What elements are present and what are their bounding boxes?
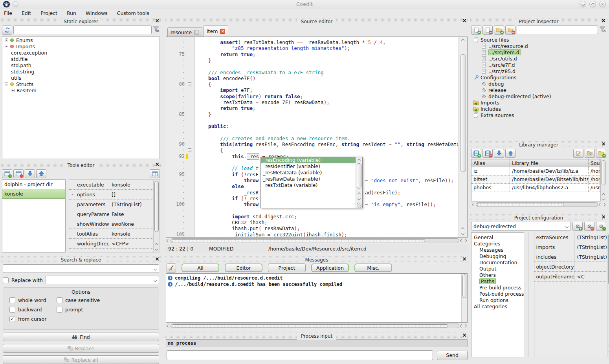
fold-collapse-icon[interactable]: − — [188, 148, 191, 152]
tree-item-core-exception[interactable]: core.exception — [2, 49, 160, 56]
config-category-others[interactable]: Others — [471, 272, 524, 278]
code-area[interactable]: ··75····80····85····90·92··95····100····… — [166, 37, 468, 238]
inspector-filter-input[interactable] — [517, 26, 598, 34]
menu-edit[interactable]: Edit — [22, 10, 31, 16]
prompt-option[interactable]: prompt — [57, 307, 116, 313]
config-props-scrollbar[interactable] — [607, 232, 609, 357]
property-expander[interactable]: › — [69, 192, 75, 197]
fold-collapse-icon[interactable]: − — [188, 82, 191, 86]
property-value[interactable]: (TStringList) — [574, 254, 607, 260]
config-category-post-build-process[interactable]: Post-build process — [471, 291, 524, 297]
library-row[interactable]: bitset/home/basile/Dev/Bitset/lib/bitset… — [471, 176, 600, 184]
completion-item[interactable]: _resTxtData (variable) — [261, 182, 356, 188]
replace-all-button[interactable]: Replace all — [3, 355, 159, 364]
completion-item[interactable]: _resIdentifier (variable) — [261, 163, 356, 170]
tool-property-row[interactable]: parameters(TStringList) — [69, 199, 153, 209]
expand-icon[interactable]: + — [5, 38, 8, 42]
minimize-icon[interactable] — [580, 1, 586, 7]
symbol-filter-input[interactable] — [13, 26, 152, 34]
project-tree-item[interactable]: ../src/item.d — [471, 49, 606, 55]
column-header-alias[interactable]: Alias — [471, 159, 510, 167]
from-cursor-option[interactable]: ✓from cursor — [9, 316, 57, 322]
expand-icon[interactable]: + — [11, 89, 15, 92]
project-tree-item[interactable]: Configurations — [471, 74, 606, 80]
move-tool-down-button[interactable] — [25, 169, 35, 178]
config-category-general[interactable]: General — [471, 234, 524, 240]
case-sensitive-option[interactable]: case sensitive — [57, 297, 116, 303]
config-category-paths[interactable]: Paths — [471, 278, 524, 284]
project-tree-item[interactable]: Source files — [471, 37, 606, 43]
project-tree-item[interactable]: Includes — [471, 106, 606, 112]
tool-property-row[interactable]: workingDirectory<CFP> — [69, 239, 153, 249]
property-value[interactable]: <C — [574, 274, 607, 280]
project-tree-item[interactable]: ../src/utils.d — [471, 55, 606, 62]
remove-tool-button[interactable]: − — [13, 169, 24, 178]
move-tool-up-button[interactable] — [36, 169, 46, 178]
move-library-up-button[interactable] — [505, 149, 515, 158]
filter-icon[interactable] — [153, 26, 160, 34]
property-value[interactable]: konsole — [109, 182, 153, 188]
project-tree-item[interactable]: Imports — [471, 99, 606, 106]
property-value[interactable]: (TStringList) — [109, 201, 153, 207]
completion-item[interactable]: _resRawData (variable) — [261, 176, 356, 182]
menu-project[interactable]: Project — [40, 10, 57, 16]
config-property-row[interactable]: extraSources(TStringList) — [534, 232, 607, 242]
remove-configuration-button[interactable]: ⚙− — [584, 222, 594, 231]
messages-horizontal-scrollbar[interactable] — [166, 323, 468, 329]
close-icon[interactable]: × — [462, 332, 467, 338]
close-icon[interactable]: × — [601, 141, 606, 147]
tree-item-utils[interactable]: utils — [2, 75, 160, 81]
config-property-row[interactable]: objectDirectory — [534, 262, 607, 272]
tree-item-imports[interactable]: −Imports — [2, 43, 160, 49]
find-button[interactable]: Find — [3, 333, 159, 341]
messages-vertical-scrollbar[interactable] — [461, 274, 467, 322]
editor-horizontal-scrollbar[interactable] — [166, 238, 468, 244]
menu-run[interactable]: Run — [67, 10, 76, 16]
tree-item-enums[interactable]: +Enums — [2, 37, 160, 43]
message-line[interactable]: i/.../build/resource.d.coedit has been s… — [166, 281, 467, 287]
tree-item-resitem[interactable]: +ResItem — [2, 87, 160, 93]
column-header-sources[interactable]: Sources — [589, 159, 600, 167]
property-value[interactable]: False — [109, 211, 153, 217]
backward-option[interactable]: backward — [9, 307, 57, 313]
project-tree-item[interactable]: ../src/resource.d — [471, 43, 606, 49]
library-table-header[interactable]: AliasLibrary fileSources — [471, 159, 600, 167]
messages-tab-project[interactable]: Project — [268, 263, 306, 272]
project-tree-item[interactable]: release — [471, 87, 606, 93]
editor-vertical-scrollbar[interactable] — [459, 37, 467, 237]
remove-folder-button[interactable]: − — [505, 26, 515, 35]
tool-item[interactable]: konsole — [2, 189, 65, 199]
filter-icon[interactable] — [599, 26, 606, 34]
move-library-down-button[interactable] — [494, 149, 504, 158]
process-input-field[interactable] — [167, 350, 433, 360]
library-row[interactable]: iz/home/basile/Dev/Iz/lib/iz.a/home — [471, 167, 600, 176]
close-icon[interactable]: × — [462, 17, 467, 24]
messages-tab-all[interactable]: All — [182, 263, 219, 272]
send-button[interactable]: Send — [437, 351, 468, 360]
property-value[interactable]: konsole — [109, 231, 153, 237]
config-property-row[interactable]: includes(TStringList) — [534, 252, 607, 262]
close-icon[interactable]: × — [599, 1, 606, 7]
close-icon[interactable]: × — [155, 17, 160, 24]
tree-item-std-string[interactable]: std.string — [2, 68, 160, 75]
clone-configuration-button[interactable]: ⚙› — [596, 222, 606, 231]
config-property-row[interactable]: imports(TStringList) — [534, 242, 607, 252]
tool-property-row[interactable]: toolAliaskonsole — [69, 229, 153, 239]
close-icon[interactable]: × — [155, 256, 160, 262]
collapse-icon[interactable]: − — [5, 45, 8, 48]
close-icon[interactable]: × — [601, 214, 606, 220]
project-tree-item[interactable]: debug-redirected (active) — [471, 93, 606, 99]
replace-button[interactable]: Replace — [3, 344, 159, 353]
messages-tab-application[interactable]: Application — [311, 263, 349, 272]
tab-close-icon[interactable]: × — [220, 29, 225, 34]
config-category-categories[interactable]: Categories — [471, 240, 524, 247]
completion-scrollbar[interactable] — [356, 157, 362, 208]
replace-with-checkbox[interactable] — [3, 277, 9, 283]
project-tree-item[interactable]: ../src/e7F.d — [471, 62, 606, 68]
configuration-select[interactable]: debug-redirected — [471, 222, 571, 230]
popup-resize-grip[interactable] — [357, 203, 362, 208]
tool-property-row[interactable]: executablekonsole — [69, 180, 153, 190]
property-value[interactable]: swoNone — [109, 221, 153, 227]
add-folder-button[interactable]: + — [494, 26, 504, 35]
add-library-folder-button[interactable]: + — [596, 149, 606, 158]
